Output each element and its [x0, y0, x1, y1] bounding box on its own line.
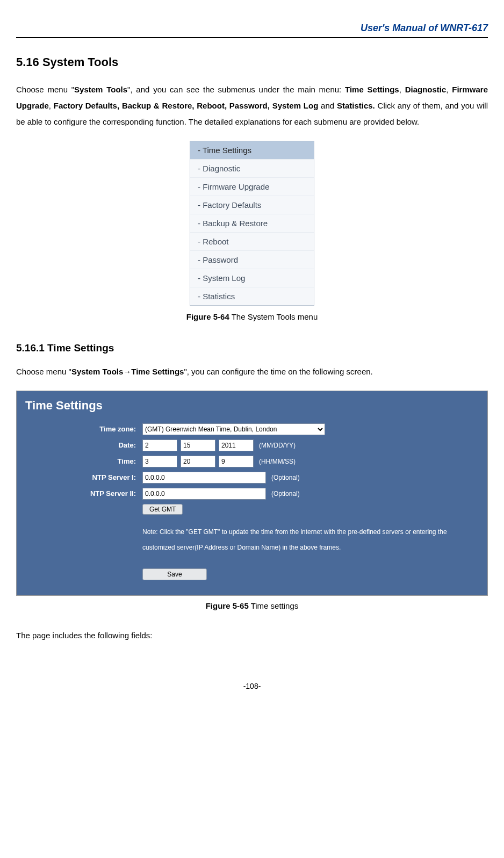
figure-label-2: Figure 5-65 [206, 601, 249, 610]
menu-item-factory-defaults[interactable]: - Factory Defaults [190, 196, 314, 214]
text: Choose menu " [16, 367, 71, 376]
label-ntp1: NTP Server I: [23, 473, 142, 482]
timezone-select[interactable]: (GMT) Greenwich Mean Time, Dublin, Londo… [142, 423, 325, 435]
figure-caption-1: Figure 5-64 The System Tools menu [16, 311, 488, 322]
row-ntp1: NTP Server I: (Optional) [23, 472, 481, 484]
time-hour-input[interactable] [142, 456, 177, 467]
text-bold: Factory Defaults, Backup & Restore, Rebo… [54, 101, 319, 110]
page-number: -108- [16, 681, 488, 692]
subsection-intro: Choose menu "System Tools→Time Settings"… [16, 364, 488, 380]
text-bold: Time Settings [345, 85, 399, 94]
row-date: Date: (MM/DD/YY) [23, 439, 481, 451]
menu-item-backup-restore[interactable]: - Backup & Restore [190, 214, 314, 233]
manual-header: User's Manual of WNRT-617 [16, 21, 488, 38]
text: Choose menu " [16, 85, 74, 94]
row-save: Save [23, 568, 481, 580]
row-time: Time: (HH/MM/SS) [23, 456, 481, 467]
date-hint: (MM/DD/YY) [259, 441, 296, 450]
figure-label: Figure 5-64 [186, 312, 229, 321]
text: ", you can configure the time on the fol… [184, 367, 372, 376]
ntp2-hint: (Optional) [271, 489, 300, 499]
section-heading: 5.16 System Tools [16, 54, 488, 71]
text: ", and you can see the submenus under th… [127, 85, 345, 94]
text: , [49, 101, 54, 110]
text: , [399, 85, 405, 94]
save-button[interactable]: Save [142, 568, 207, 580]
label-ntp2: NTP Server II: [23, 489, 142, 499]
row-timezone: Time zone: (GMT) Greenwich Mean Time, Du… [23, 423, 481, 435]
text: and [318, 101, 337, 110]
ntp1-hint: (Optional) [271, 473, 300, 482]
label-timezone: Time zone: [23, 424, 142, 434]
menu-item-reboot[interactable]: - Reboot [190, 233, 314, 251]
ntp1-input[interactable] [142, 472, 266, 484]
system-tools-menu: - Time Settings - Diagnostic - Firmware … [190, 141, 314, 306]
menu-item-password[interactable]: - Password [190, 251, 314, 269]
text-bold: Diagnostic [405, 85, 447, 94]
menu-item-system-log[interactable]: - System Log [190, 269, 314, 287]
text: , [446, 85, 452, 94]
menu-item-firmware-upgrade[interactable]: - Firmware Upgrade [190, 178, 314, 196]
text-bold: System Tools→Time Settings [71, 367, 184, 376]
ntp2-input[interactable] [142, 488, 266, 500]
menu-item-statistics[interactable]: - Statistics [190, 287, 314, 305]
get-gmt-button[interactable]: Get GMT [142, 504, 183, 515]
date-month-input[interactable] [142, 439, 177, 451]
row-ntp2: NTP Server II: (Optional) [23, 488, 481, 500]
text-bold: Statistics. [337, 101, 375, 110]
menu-item-time-settings[interactable]: - Time Settings [190, 141, 314, 160]
subsection-heading: 5.16.1 Time Settings [16, 341, 488, 356]
date-day-input[interactable] [181, 439, 215, 451]
time-second-input[interactable] [219, 456, 254, 467]
time-hint: (HH/MM/SS) [259, 457, 296, 466]
label-date: Date: [23, 441, 142, 450]
label-time: Time: [23, 457, 142, 466]
trailing-text: The page includes the following fields: [16, 628, 488, 644]
figure-text-2: Time settings [249, 601, 299, 610]
time-settings-panel: Time Settings Time zone: (GMT) Greenwich… [16, 391, 488, 596]
figure-text: The System Tools menu [229, 312, 318, 321]
section-intro: Choose menu "System Tools", and you can … [16, 82, 488, 130]
date-year-input[interactable] [219, 439, 254, 451]
menu-item-diagnostic[interactable]: - Diagnostic [190, 160, 314, 178]
text-bold: System Tools [74, 85, 127, 94]
row-getgmt: Get GMT [23, 504, 481, 515]
time-minute-input[interactable] [181, 456, 215, 467]
figure-caption-2: Figure 5-65 Time settings [16, 600, 488, 611]
note-text: Note: Click the "GET GMT" to update the … [142, 524, 481, 556]
panel-title: Time Settings [25, 398, 481, 414]
